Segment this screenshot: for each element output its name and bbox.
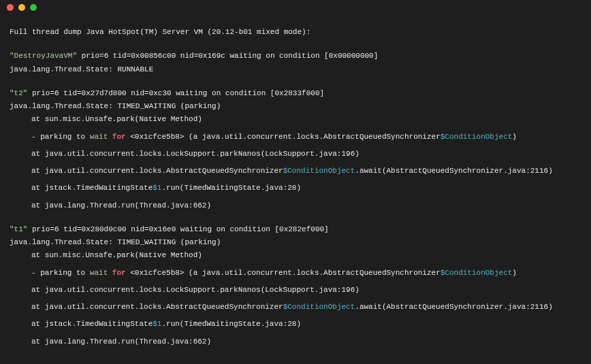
stack-line: - parking to wait for <0x1cfce5b8> (a ja… (10, 131, 581, 144)
thread-t1-state: java.lang.Thread.State: TIMED_WAITING (p… (10, 236, 581, 249)
thread-t1-header: "t1" prio=6 tid=0x280d0c00 nid=0x16e0 wa… (10, 223, 581, 236)
thread-name: "t2" (10, 89, 27, 97)
stack-line: at jstack.TimedWaitingState$1.run(TimedW… (10, 318, 581, 331)
stack-line: - parking to wait for <0x1cfce5b8> (a ja… (10, 267, 581, 280)
stack-line: at java.util.concurrent.locks.AbstractQu… (10, 301, 581, 314)
dump-header: Full thread dump Java HotSpot(TM) Server… (10, 26, 581, 39)
close-icon[interactable] (7, 4, 14, 11)
maximize-icon[interactable] (30, 4, 37, 11)
stack-line: at jstack.TimedWaitingState$1.run(TimedW… (10, 182, 581, 195)
stack-line: at java.util.concurrent.locks.AbstractQu… (10, 165, 581, 178)
thread-attrs: prio=6 tid=0x280d0c00 nid=0x16e0 waiting… (27, 225, 328, 233)
minimize-icon[interactable] (18, 4, 25, 11)
stack-line: at java.util.concurrent.locks.LockSuppor… (10, 148, 581, 161)
stack-line: at sun.misc.Unsafe.park(Native Method) (10, 113, 581, 126)
thread-t2-state: java.lang.Thread.State: TIMED_WAITING (p… (10, 100, 581, 113)
thread-name: "DestroyJavaVM" (10, 52, 77, 60)
thread-name: "t1" (10, 225, 27, 233)
thread-t2-header: "t2" prio=6 tid=0x27d7d800 nid=0xc30 wai… (10, 87, 581, 100)
window-titlebar (0, 0, 591, 15)
stack-line: at sun.misc.Unsafe.park(Native Method) (10, 249, 581, 262)
thread-destroy-header: "DestroyJavaVM" prio=6 tid=0x00856c00 ni… (10, 50, 581, 63)
stack-line: at java.lang.Thread.run(Thread.java:662) (10, 199, 581, 212)
thread-destroy-state: java.lang.Thread.State: RUNNABLE (10, 63, 581, 76)
thread-attrs: prio=6 tid=0x27d7d800 nid=0xc30 waiting … (27, 89, 324, 97)
thread-attrs: prio=6 tid=0x00856c00 nid=0x169c waiting… (77, 52, 378, 60)
stack-line: at java.util.concurrent.locks.LockSuppor… (10, 284, 581, 297)
stack-line: at java.lang.Thread.run(Thread.java:662) (10, 335, 581, 348)
terminal-output: Full thread dump Java HotSpot(TM) Server… (0, 15, 591, 358)
